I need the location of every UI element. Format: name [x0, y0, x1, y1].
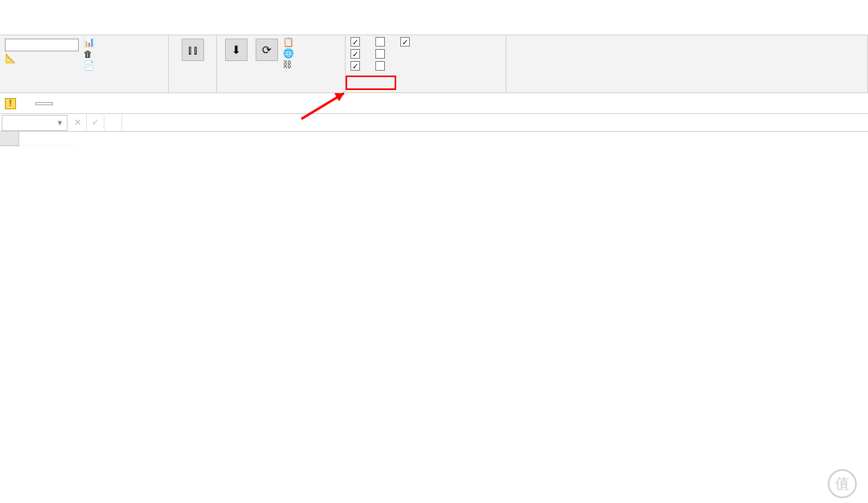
table-name-input[interactable] — [5, 39, 79, 51]
security-warning-bar: ! — [0, 93, 868, 114]
convert-range-button[interactable]: 📄 — [84, 60, 97, 71]
group-label-properties — [5, 91, 163, 92]
export-button[interactable]: ⬇ — [222, 37, 251, 63]
group-label-style-options — [350, 91, 501, 92]
header-row-checkbox[interactable]: ✓ — [350, 37, 360, 47]
properties-link[interactable]: 📋 — [283, 37, 294, 47]
first-col-checkbox[interactable] — [375, 37, 385, 47]
ribbon: 📐 📊 🗑 📄 ⫿⫿ ⬇ ⟳ 📋 🌐 ⛓ — [0, 35, 868, 93]
formula-input[interactable] — [122, 115, 868, 131]
group-label-styles — [511, 91, 862, 92]
refresh-button[interactable]: ⟳ — [252, 37, 281, 63]
name-box[interactable]: ▼ — [2, 115, 68, 131]
total-row-checkbox[interactable]: ✓ — [350, 49, 360, 59]
pivot-summary-button[interactable]: 📊 — [84, 37, 97, 47]
banded-cols-checkbox[interactable] — [375, 61, 385, 71]
annotation-highlight — [346, 76, 396, 90]
last-col-checkbox[interactable] — [375, 49, 385, 59]
insert-slicer-button[interactable]: ⫿⫿ — [174, 37, 211, 63]
formula-bar: ▼ ✕ ✓ — [0, 114, 868, 132]
fx-button[interactable] — [104, 115, 122, 131]
accept-formula-button: ✓ — [87, 115, 104, 131]
ribbon-tabs — [0, 16, 868, 35]
remove-duplicates-button[interactable]: 🗑 — [84, 49, 97, 59]
resize-table-button[interactable]: 📐 — [5, 53, 79, 63]
group-label-external — [222, 91, 340, 92]
banded-rows-checkbox[interactable]: ✓ — [350, 61, 360, 71]
select-all-corner[interactable] — [0, 132, 19, 146]
worksheet[interactable]: ▼ — [0, 132, 868, 146]
unlink-button[interactable]: ⛓ — [283, 59, 294, 69]
warning-icon: ! — [5, 98, 16, 109]
watermark: 值 — [828, 469, 862, 498]
filter-button-checkbox[interactable]: ✓ — [400, 37, 410, 47]
cancel-formula-button: ✕ — [69, 115, 87, 131]
open-browser-link: 🌐 — [283, 48, 294, 59]
group-label-tools — [174, 91, 211, 92]
enable-content-button[interactable] — [35, 102, 53, 105]
